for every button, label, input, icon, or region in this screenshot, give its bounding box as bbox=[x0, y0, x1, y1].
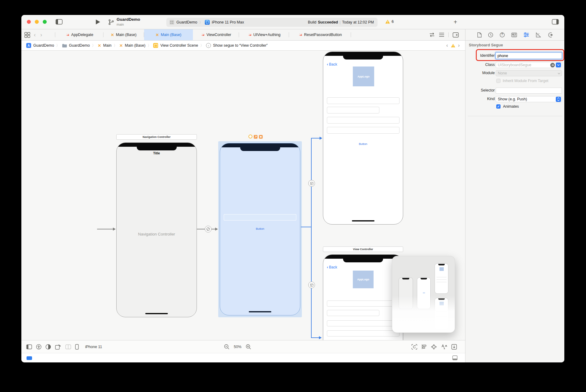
chevron-separator-icon: 〉 bbox=[199, 20, 203, 25]
right-sidebar-toggle-icon[interactable] bbox=[552, 19, 559, 25]
orientation-icon[interactable] bbox=[55, 344, 61, 350]
run-button[interactable] bbox=[96, 20, 100, 24]
text-field[interactable] bbox=[327, 117, 400, 124]
attributes-inspector-icon[interactable] bbox=[523, 32, 529, 37]
branch-name[interactable]: main bbox=[117, 23, 124, 26]
embed-icon[interactable] bbox=[451, 344, 457, 350]
crumb-main-base[interactable]: Main (Base) bbox=[125, 43, 145, 48]
issue-back-icon[interactable]: ‹ bbox=[446, 43, 448, 48]
jump-bar: A GuardDemo 〉 GuardDemo 〉 ✕ Main 〉 ✕ Mai… bbox=[21, 41, 465, 51]
zoom-in-icon[interactable] bbox=[246, 344, 251, 350]
back-label: Back bbox=[329, 62, 337, 67]
kind-popup[interactable]: Show (e.g. Push) bbox=[496, 96, 562, 102]
inherit-module-checkbox[interactable] bbox=[496, 79, 501, 83]
zoom-out-icon[interactable] bbox=[224, 344, 230, 350]
file-inspector-icon[interactable] bbox=[477, 32, 482, 38]
code-review-icon[interactable] bbox=[429, 32, 435, 37]
class-dropdown-icon[interactable] bbox=[556, 63, 561, 67]
connections-inspector-icon[interactable] bbox=[547, 32, 553, 38]
canvas-minimap[interactable] bbox=[392, 256, 455, 333]
selected-view-controller-phone[interactable]: Button bbox=[220, 143, 300, 315]
minimize-traffic-light[interactable] bbox=[35, 20, 39, 24]
navigation-controller-phone[interactable]: Title Navigation Controller bbox=[116, 142, 197, 317]
storyboard-canvas[interactable]: Navigation Controller Title Navigation C… bbox=[21, 51, 465, 340]
identifier-input[interactable] bbox=[496, 52, 562, 59]
show-segue-icon-bottom[interactable] bbox=[308, 282, 315, 288]
nav-scene-titlebar[interactable]: Navigation Controller bbox=[116, 134, 197, 140]
tab-main-base-2-selected[interactable]: ✕ Main (Base) bbox=[144, 29, 193, 40]
accessibility-icon[interactable] bbox=[36, 344, 42, 350]
second-view-controller-phone[interactable]: ‹Back AppLogo bbox=[323, 254, 403, 340]
left-sidebar-toggle-icon[interactable] bbox=[56, 19, 63, 25]
zoom-traffic-light[interactable] bbox=[43, 20, 47, 24]
size-inspector-icon[interactable] bbox=[536, 32, 541, 38]
class-combobox[interactable]: UIStoryboardSegue bbox=[496, 62, 562, 68]
quick-help-inspector-icon[interactable] bbox=[511, 33, 517, 37]
back-button[interactable]: ‹Back bbox=[327, 62, 337, 67]
back-nav-icon[interactable]: ‹ bbox=[33, 32, 37, 38]
activity-view[interactable]: Build Succeeded | Today at 12:02 PM bbox=[308, 18, 374, 27]
issue-forward-icon[interactable]: › bbox=[458, 43, 460, 48]
debug-area-toggle-icon[interactable] bbox=[452, 355, 458, 360]
tab-main-base-1[interactable]: ✕ Main (Base) bbox=[103, 29, 144, 40]
text-field[interactable] bbox=[224, 214, 296, 221]
document-outline-toggle-icon[interactable] bbox=[26, 344, 32, 349]
text-field[interactable] bbox=[327, 330, 400, 336]
text-field[interactable] bbox=[327, 300, 400, 307]
history-inspector-icon[interactable] bbox=[488, 32, 493, 38]
kind-stepper-icon[interactable] bbox=[556, 97, 561, 102]
new-tab-button[interactable]: + bbox=[452, 18, 459, 26]
update-frames-icon[interactable] bbox=[411, 344, 417, 350]
button[interactable]: Button bbox=[220, 227, 300, 230]
back-button[interactable]: ‹Back bbox=[327, 265, 337, 269]
scheme-name[interactable]: GuardDemo bbox=[117, 17, 140, 22]
animates-checkbox[interactable]: ✓ bbox=[496, 104, 501, 109]
split-view-icon[interactable] bbox=[65, 344, 71, 349]
add-constraints-icon[interactable] bbox=[431, 344, 437, 350]
text-field[interactable] bbox=[327, 320, 400, 326]
crumb-group[interactable]: GuardDemo bbox=[69, 43, 90, 48]
device-name[interactable]: iPhone 11 bbox=[85, 345, 102, 349]
class-jump-arrow-icon[interactable] bbox=[550, 63, 555, 67]
device-icon[interactable] bbox=[75, 344, 79, 350]
warning-icon[interactable] bbox=[451, 44, 455, 48]
warning-badge[interactable]: 6 bbox=[385, 20, 394, 24]
module-dropdown[interactable]: None bbox=[496, 70, 562, 76]
text-field[interactable] bbox=[327, 107, 379, 113]
tab-uiview-authing[interactable]: UIView+Authing bbox=[239, 29, 289, 40]
crumb-segue[interactable]: Show segue to “View Controller” bbox=[213, 43, 268, 48]
crumb-scene[interactable]: View Controller Scene bbox=[160, 43, 198, 48]
detail-view-controller-phone[interactable]: ‹Back AppLogo Button bbox=[323, 52, 403, 225]
appearance-toggle-icon[interactable] bbox=[45, 344, 51, 350]
segue-chevron: ‹ bbox=[208, 44, 209, 47]
debug-app-chip[interactable] bbox=[27, 356, 32, 360]
help-inspector-icon[interactable]: ? bbox=[500, 32, 505, 38]
button[interactable]: Button bbox=[323, 142, 403, 146]
view-controller-dock-icon[interactable] bbox=[248, 135, 252, 138]
app-logo-view[interactable]: AppLogo bbox=[353, 67, 374, 86]
selector-input[interactable] bbox=[496, 88, 562, 94]
tab-appdelegate[interactable]: AppDelegate bbox=[55, 29, 103, 40]
add-editor-icon[interactable] bbox=[453, 32, 459, 38]
tab-viewcontroller[interactable]: ViewController bbox=[193, 29, 239, 40]
scheme-destination-pill[interactable]: GuardDemo 〉 iPhone 11 Pro Max Build Succ… bbox=[166, 18, 378, 27]
text-field[interactable] bbox=[327, 97, 400, 104]
resolve-layout-icon[interactable] bbox=[441, 344, 447, 349]
close-traffic-light[interactable] bbox=[27, 20, 31, 24]
vc-scene-titlebar[interactable]: View Controller bbox=[323, 246, 403, 252]
exit-dock-icon[interactable] bbox=[259, 135, 263, 138]
app-logo-view[interactable]: AppLogo bbox=[353, 271, 374, 288]
tab-overview-grid-icon[interactable] bbox=[24, 32, 30, 38]
align-icon[interactable] bbox=[421, 344, 427, 349]
text-field[interactable] bbox=[327, 310, 379, 316]
zoom-level[interactable]: 50% bbox=[234, 345, 241, 349]
forward-nav-icon[interactable]: › bbox=[39, 32, 43, 38]
text-field[interactable] bbox=[327, 127, 400, 134]
crumb-main[interactable]: Main bbox=[103, 43, 111, 48]
tab-resetpasswordbutton[interactable]: ResetPasswordButton bbox=[289, 29, 351, 40]
editor-options-icon[interactable] bbox=[439, 32, 444, 37]
crumb-project[interactable]: GuardDemo bbox=[33, 43, 54, 48]
relationship-segue-icon[interactable] bbox=[205, 226, 212, 232]
show-segue-icon-top[interactable] bbox=[308, 180, 315, 187]
first-responder-dock-icon[interactable] bbox=[254, 135, 258, 138]
